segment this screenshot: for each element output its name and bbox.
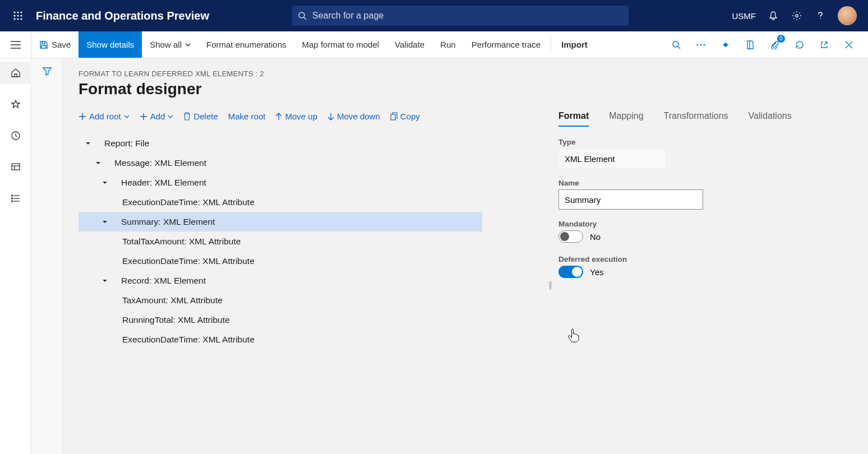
- copy-icon: [390, 112, 398, 121]
- tree-label: Message: XML Element: [114, 158, 206, 168]
- tree-node-exec3[interactable]: ExecutionDateTime: XML Attribute: [79, 330, 482, 349]
- deferred-value: Yes: [590, 267, 603, 277]
- notifications-button[interactable]: [767, 10, 779, 22]
- perf-trace-label: Performance trace: [472, 40, 541, 49]
- chevron-down-icon: [168, 115, 173, 118]
- svg-point-1: [17, 11, 19, 13]
- attachments-button[interactable]: 0: [764, 31, 786, 58]
- property-tabs: Format Mapping Transformations Validatio…: [558, 111, 794, 127]
- global-header: Finance and Operations Preview Search fo…: [0, 0, 868, 31]
- nav-home[interactable]: [0, 62, 31, 84]
- nav-modules[interactable]: [0, 187, 31, 210]
- plus-icon: [140, 113, 147, 121]
- tree-node-report[interactable]: Report: File: [79, 133, 482, 153]
- user-avatar[interactable]: [838, 6, 857, 25]
- waffle-icon: [13, 11, 23, 21]
- copy-label: Copy: [400, 112, 420, 121]
- move-up-label: Move up: [285, 112, 317, 121]
- nav-workspaces[interactable]: [0, 156, 31, 178]
- caret-icon: [101, 180, 109, 185]
- app-launcher-button[interactable]: [4, 0, 31, 31]
- tab-transformations[interactable]: Transformations: [664, 111, 728, 127]
- tree-node-record[interactable]: Record: XML Element: [79, 271, 482, 290]
- tree-label: TaxAmount: XML Attribute: [122, 295, 223, 305]
- caret-icon: [101, 220, 109, 224]
- close-icon: [845, 41, 853, 49]
- global-search[interactable]: Search for a page: [292, 6, 629, 26]
- delete-label: Delete: [193, 112, 218, 121]
- caret-icon: [84, 141, 92, 146]
- svg-line-10: [304, 17, 306, 20]
- svg-rect-37: [391, 114, 395, 120]
- performance-trace-button[interactable]: Performance trace: [464, 31, 548, 58]
- show-all-button[interactable]: Show all: [142, 31, 198, 58]
- tab-format[interactable]: Format: [558, 111, 589, 127]
- run-button[interactable]: Run: [432, 31, 464, 58]
- find-button[interactable]: [665, 31, 687, 58]
- more-actions-button[interactable]: [690, 31, 712, 58]
- close-button[interactable]: [838, 31, 860, 58]
- settings-button[interactable]: [791, 10, 803, 22]
- pointer-cursor-icon: [567, 327, 581, 343]
- make-root-button[interactable]: Make root: [228, 112, 266, 121]
- format-enumerations-button[interactable]: Format enumerations: [198, 31, 294, 58]
- add-button[interactable]: Add: [140, 112, 174, 121]
- show-details-button[interactable]: Show details: [79, 31, 142, 58]
- svg-rect-24: [12, 164, 20, 170]
- tab-validations[interactable]: Validations: [749, 111, 792, 127]
- map-format-label: Map format to model: [302, 40, 380, 49]
- star-icon: [11, 99, 21, 109]
- tree-node-header[interactable]: Header: XML Element: [79, 173, 482, 192]
- tree-node-summary[interactable]: Summary: XML Element: [79, 212, 482, 231]
- popout-button[interactable]: [813, 31, 835, 58]
- svg-point-12: [820, 18, 821, 19]
- refresh-button[interactable]: [788, 31, 811, 58]
- format-tree: Report: File Message: XML Element Header…: [79, 133, 482, 349]
- nav-recent[interactable]: [0, 124, 31, 147]
- add-root-button[interactable]: Add root: [79, 112, 130, 121]
- deferred-toggle[interactable]: [558, 266, 583, 278]
- tree-node-exec2[interactable]: ExecutionDateTime: XML Attribute: [79, 251, 482, 271]
- arrow-up-icon: [275, 113, 282, 121]
- office-button[interactable]: [739, 31, 761, 58]
- navigation-rail: [0, 58, 31, 454]
- breadcrumb: FORMAT TO LEARN DEFERRED XML ELEMENTS : …: [79, 70, 861, 78]
- import-button[interactable]: Import: [553, 31, 595, 58]
- connector-button[interactable]: [714, 31, 737, 58]
- move-down-button[interactable]: Move down: [327, 112, 380, 121]
- map-format-button[interactable]: Map format to model: [294, 31, 387, 58]
- delete-button[interactable]: Delete: [183, 112, 218, 121]
- show-all-label: Show all: [150, 40, 182, 49]
- splitter-handle[interactable]: ║: [548, 281, 553, 289]
- tab-mapping[interactable]: Mapping: [609, 111, 643, 127]
- funnel-icon: [42, 66, 52, 76]
- tree-label: ExecutionDateTime: XML Attribute: [122, 256, 255, 266]
- tree-node-totaltax[interactable]: TotalTaxAmount: XML Attribute: [79, 231, 482, 251]
- run-label: Run: [440, 40, 456, 49]
- caret-icon: [101, 279, 109, 283]
- page-title: Format designer: [79, 80, 861, 98]
- copy-button[interactable]: Copy: [390, 112, 420, 121]
- name-input[interactable]: [558, 189, 703, 210]
- validate-button[interactable]: Validate: [387, 31, 432, 58]
- save-button[interactable]: Save: [31, 31, 79, 58]
- nav-favorites[interactable]: [0, 93, 31, 115]
- tree-node-runningtotal[interactable]: RunningTotal: XML Attribute: [79, 310, 482, 330]
- import-label: Import: [561, 40, 588, 49]
- move-up-button[interactable]: Move up: [275, 112, 317, 121]
- tree-node-message[interactable]: Message: XML Element: [79, 153, 482, 173]
- mandatory-toggle[interactable]: [558, 230, 583, 243]
- company-picker[interactable]: USMF: [732, 11, 756, 21]
- nav-toggle-button[interactable]: [0, 31, 31, 58]
- tree-node-exec1[interactable]: ExecutionDateTime: XML Attribute: [79, 192, 482, 212]
- tree-node-taxamount[interactable]: TaxAmount: XML Attribute: [79, 290, 482, 310]
- help-button[interactable]: [814, 10, 827, 22]
- tree-label: Record: XML Element: [121, 276, 206, 286]
- svg-point-4: [17, 15, 19, 16]
- list-icon: [11, 193, 21, 203]
- ellipsis-icon: [696, 44, 705, 46]
- svg-point-7: [17, 18, 19, 20]
- filter-button[interactable]: [42, 66, 52, 454]
- tree-label: Report: File: [104, 138, 149, 149]
- question-icon: [815, 11, 825, 21]
